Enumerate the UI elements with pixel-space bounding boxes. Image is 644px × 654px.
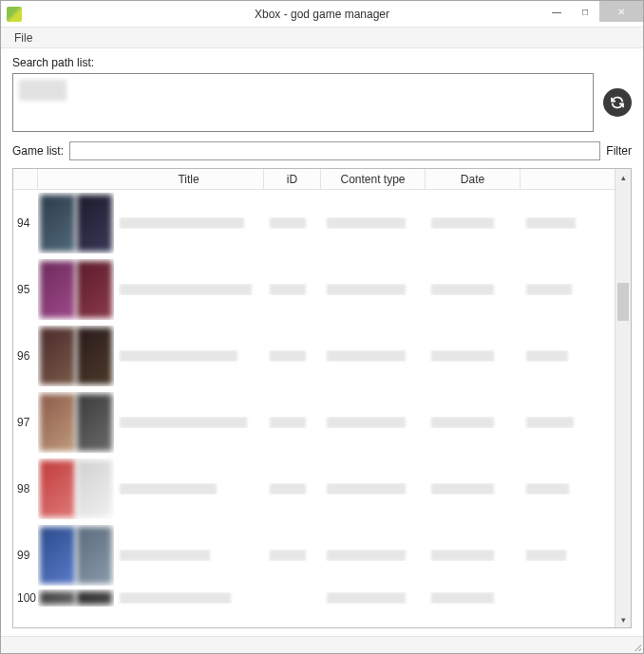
row-content-type (321, 550, 426, 561)
row-number: 98 (13, 482, 38, 495)
window-controls: — □ ✕ (542, 1, 643, 22)
row-date (426, 217, 521, 229)
row-content-type (321, 483, 426, 495)
table-row[interactable]: 98 (13, 456, 615, 522)
row-extra (521, 483, 615, 495)
row-content-type (321, 217, 426, 229)
row-title (114, 417, 264, 428)
row-date (426, 550, 521, 561)
col-date[interactable]: Date (426, 169, 521, 189)
row-title (114, 483, 264, 495)
vertical-scrollbar[interactable]: ▴ ▾ (615, 169, 631, 627)
row-thumbnail (38, 326, 114, 386)
row-thumbnail (38, 458, 114, 519)
menubar: File (1, 28, 643, 48)
row-title (114, 350, 264, 362)
row-id (264, 284, 321, 295)
col-number[interactable] (13, 169, 38, 189)
close-button[interactable]: ✕ (599, 1, 643, 22)
row-number: 96 (13, 349, 38, 363)
row-title (114, 550, 264, 561)
statusbar (1, 636, 643, 653)
app-icon (7, 7, 22, 22)
row-id (264, 350, 321, 362)
maximize-button[interactable]: □ (571, 1, 599, 22)
gamelist-row: Game list: Filter (12, 141, 632, 160)
table-row[interactable]: 95 (13, 256, 615, 323)
row-date (426, 284, 521, 295)
row-id (264, 417, 321, 428)
titlebar[interactable]: Xbox - god game manager — □ ✕ (1, 1, 643, 28)
refresh-button[interactable] (603, 88, 632, 117)
table-row[interactable]: 99 (13, 522, 615, 589)
row-thumbnail (38, 259, 114, 320)
search-row (12, 73, 632, 132)
row-extra (521, 350, 615, 362)
table-row[interactable]: 96 (13, 323, 615, 389)
row-content-type (321, 350, 426, 362)
menu-file[interactable]: File (7, 29, 40, 47)
col-extra[interactable] (521, 169, 615, 189)
col-id[interactable]: iD (264, 169, 321, 189)
row-extra (521, 417, 615, 428)
scroll-down-icon[interactable]: ▾ (616, 611, 631, 627)
row-date (426, 417, 521, 428)
scroll-thumb[interactable] (617, 283, 629, 321)
row-title (114, 217, 264, 229)
search-path-entry (19, 80, 66, 101)
gamelist-label: Game list: (12, 144, 64, 158)
row-title (114, 592, 264, 604)
row-number: 94 (13, 216, 38, 230)
game-table: Title iD Content type Date 94 (12, 168, 632, 628)
row-id (264, 550, 321, 561)
col-content-type[interactable]: Content type (321, 169, 426, 189)
table-body: 94 95 (13, 190, 615, 607)
table-row[interactable]: 97 (13, 389, 615, 456)
row-thumbnail (38, 392, 114, 453)
row-date (426, 483, 521, 495)
search-path-list[interactable] (12, 73, 594, 132)
gamelist-filter-input[interactable] (69, 141, 600, 160)
row-content-type (321, 592, 426, 604)
row-number: 100 (13, 591, 38, 605)
row-content-type (321, 417, 426, 428)
resize-grip[interactable] (632, 642, 641, 651)
row-title (114, 284, 264, 295)
table-row[interactable]: 100 (13, 589, 615, 607)
row-id (264, 483, 321, 495)
row-extra (521, 284, 615, 295)
search-path-label: Search path list: (12, 56, 632, 69)
filter-label[interactable]: Filter (606, 144, 632, 158)
row-thumbnail (38, 525, 114, 586)
row-extra (521, 550, 615, 561)
minimize-button[interactable]: — (542, 1, 571, 22)
scroll-up-icon[interactable]: ▴ (616, 169, 631, 185)
app-window: Xbox - god game manager — □ ✕ File Searc… (0, 0, 644, 654)
table-row[interactable]: 94 (13, 190, 615, 256)
row-number: 97 (13, 416, 38, 429)
row-content-type (321, 284, 426, 295)
col-thumbnail[interactable] (38, 169, 114, 189)
row-thumbnail (38, 589, 114, 607)
row-number: 95 (13, 283, 38, 296)
table-scroll: Title iD Content type Date 94 (13, 169, 615, 627)
table-header: Title iD Content type Date (13, 169, 615, 190)
row-extra (521, 217, 615, 229)
refresh-icon (610, 95, 625, 110)
row-thumbnail (38, 193, 114, 253)
row-date (426, 350, 521, 362)
row-date (426, 592, 521, 604)
col-title[interactable]: Title (114, 169, 264, 189)
content-area: Search path list: Game list: Filter (1, 48, 643, 636)
row-number: 99 (13, 549, 38, 562)
row-id (264, 217, 321, 229)
